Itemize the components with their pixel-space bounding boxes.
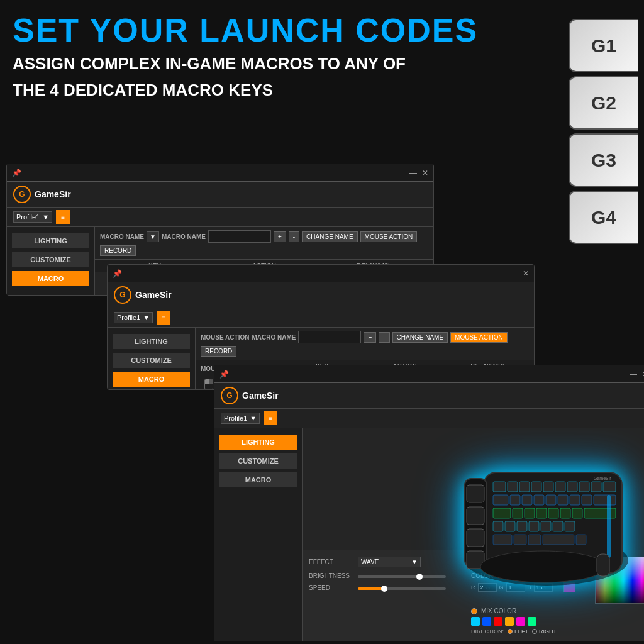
minimize-btn-2[interactable]: — <box>510 269 518 278</box>
direction-right-option[interactable]: RIGHT <box>532 628 557 635</box>
macro-toolbar-1: MACRO NAME ▼ MACRO NAME + - CHANGE NAME … <box>95 227 433 260</box>
color-dot-1[interactable] <box>471 617 480 626</box>
svg-rect-29 <box>536 508 547 518</box>
effect-value: WAVE <box>361 558 379 565</box>
sidebar-macro-3[interactable]: MACRO <box>219 472 297 487</box>
title-bar-1: 📌 — ✕ <box>7 164 433 182</box>
lighting-left-controls: EFFECT WAVE ▼ BRIGHTNESS <box>309 557 458 635</box>
change-name-btn-2[interactable]: CHANGE NAME <box>392 332 448 343</box>
speed-row: SPEED <box>309 584 458 591</box>
mouse-action-btn-1[interactable]: MOUSE ACTION <box>360 231 418 242</box>
color-dot-3[interactable] <box>494 617 502 626</box>
sidebar-customize-3[interactable]: CUSTOMIZE <box>219 453 297 469</box>
direction-left-option[interactable]: LEFT <box>508 628 528 635</box>
svg-rect-4 <box>467 507 484 525</box>
g-key-3[interactable]: G3 <box>569 133 638 187</box>
profile-bar-3: Profile1 ▼ ≡ <box>214 409 644 428</box>
win3-content: LIGHTING CUSTOMIZE MACRO <box>214 428 644 641</box>
mix-color-radio[interactable] <box>471 608 477 614</box>
color-dot-5[interactable] <box>516 617 525 626</box>
minimize-btn-3[interactable]: — <box>630 370 637 379</box>
svg-rect-26 <box>493 508 511 518</box>
direction-right-label: RIGHT <box>539 628 557 635</box>
brightness-thumb[interactable] <box>416 574 423 580</box>
mouse-action-btn-2[interactable]: MOUSE ACTION <box>450 332 508 343</box>
svg-rect-37 <box>529 521 539 531</box>
macro-minus-btn-1[interactable]: - <box>289 231 299 242</box>
brightness-slider-track[interactable] <box>358 575 446 578</box>
record-btn-2[interactable]: RECORD <box>201 346 236 357</box>
record-btn-1[interactable]: RECORD <box>100 245 136 256</box>
g-key-2[interactable]: G2 <box>569 76 638 130</box>
close-btn-1[interactable]: ✕ <box>422 169 428 177</box>
svg-rect-22 <box>558 495 568 505</box>
speed-slider-track[interactable] <box>358 587 446 590</box>
macro-plus-btn-1[interactable]: + <box>274 231 286 242</box>
title-bar-pin[interactable]: 📌 <box>12 169 21 177</box>
profile-menu-btn-3[interactable]: ≡ <box>264 411 277 425</box>
sidebar-lighting-1[interactable]: LIGHTING <box>12 233 89 248</box>
speed-label: SPEED <box>309 584 353 591</box>
color-dots-row <box>471 617 644 626</box>
app-name-3: GameSir <box>242 391 279 401</box>
svg-rect-34 <box>493 521 503 531</box>
macro-name-label-1: MACRO NAME <box>100 233 144 240</box>
macro-minus-btn-2[interactable]: - <box>379 332 389 343</box>
brightness-label: BRIGHTNESS <box>309 572 353 579</box>
svg-rect-23 <box>570 495 580 505</box>
direction-right-radio <box>532 629 537 634</box>
macro-name-label-inner-1: MACRO NAME <box>162 233 206 240</box>
profile-select-2[interactable]: Profile1 ▼ <box>114 312 153 323</box>
svg-rect-35 <box>505 521 515 531</box>
g-keys-container: G1 G2 G3 G4 <box>569 19 644 244</box>
speed-fill <box>358 587 384 590</box>
direction-left-radio <box>508 629 513 634</box>
color-dot-6[interactable] <box>528 617 536 626</box>
sidebar-customize-2[interactable]: CUSTOMIZE <box>113 353 190 368</box>
sidebar-customize-1[interactable]: CUSTOMIZE <box>12 252 89 267</box>
svg-rect-32 <box>572 508 582 518</box>
sub-title-line1: ASSIGN COMPLEX IN-GAME MACROS TO ANY OF <box>13 53 478 75</box>
title-bar-pin-2[interactable]: 📌 <box>113 269 122 278</box>
sidebar-lighting-2[interactable]: LIGHTING <box>113 334 190 349</box>
svg-rect-30 <box>548 508 558 518</box>
change-name-btn-1[interactable]: CHANGE NAME <box>302 231 357 242</box>
color-dot-2[interactable] <box>482 617 491 626</box>
profile-menu-btn-2[interactable]: ≡ <box>157 311 170 325</box>
minimize-btn-1[interactable]: — <box>409 169 417 177</box>
sidebar-macro-2[interactable]: MACRO <box>113 372 190 387</box>
sidebar-macro-1[interactable]: MACRO <box>12 271 89 286</box>
color-dot-4[interactable] <box>505 617 514 626</box>
keyboard-area: GameSir <box>446 435 644 604</box>
svg-rect-31 <box>560 508 570 518</box>
svg-rect-27 <box>513 508 523 518</box>
profile-select-3[interactable]: Profile1 ▼ <box>221 413 260 424</box>
macro-name-input-2[interactable] <box>298 331 361 343</box>
macro-name-label-2: MACRO NAME <box>252 334 296 341</box>
mix-color-label: MIX COLOR <box>481 608 516 614</box>
sub-title-line2: THE 4 DEDICATED MACRO KEYS <box>13 80 478 101</box>
svg-rect-17 <box>493 495 508 505</box>
svg-text:GameSir: GameSir <box>594 476 611 480</box>
close-btn-2[interactable]: ✕ <box>523 269 529 278</box>
profile-menu-btn-1[interactable]: ≡ <box>56 210 70 224</box>
g-key-4[interactable]: G4 <box>569 191 638 244</box>
g-key-1[interactable]: G1 <box>569 19 638 72</box>
title-bar-pin-3[interactable]: 📌 <box>219 370 229 379</box>
effect-select[interactable]: WAVE ▼ <box>358 557 421 567</box>
direction-row: DIRECTION: LEFT RIGHT <box>471 628 644 635</box>
svg-rect-15 <box>591 482 601 492</box>
svg-rect-13 <box>567 482 577 492</box>
speed-thumb[interactable] <box>381 586 387 592</box>
brightness-slider-container <box>358 574 458 578</box>
sidebar-1: LIGHTING CUSTOMIZE MACRO <box>7 227 95 295</box>
profile-select-1[interactable]: Profile1 ▼ <box>13 211 52 223</box>
macro-name-input-1[interactable] <box>208 230 271 243</box>
speed-slider-container <box>358 586 458 590</box>
macro-dropdown-1[interactable]: ▼ <box>147 231 159 242</box>
profile-bar-2: Profile1 ▼ ≡ <box>108 308 534 328</box>
macro-plus-btn-2[interactable]: + <box>364 332 376 343</box>
sidebar-lighting-3[interactable]: LIGHTING <box>219 435 297 450</box>
svg-rect-12 <box>555 482 565 492</box>
app-name-1: GameSir <box>35 189 71 199</box>
